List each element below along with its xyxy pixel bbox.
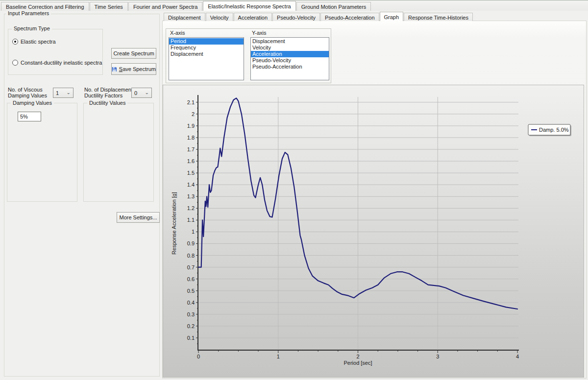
create-spectrum-button[interactable]: Create Spectrum (111, 48, 156, 59)
ductility-factors-count-combo[interactable]: 0 ⌄ (131, 88, 152, 98)
legend-label: Damp. 5.0% (539, 127, 569, 133)
y-tick-label: 0.6 (187, 276, 195, 282)
radio-elastic-label: Elastic spectra (21, 39, 56, 45)
y-tick-label: 0.8 (187, 253, 195, 259)
y-tick-label: 0.1 (187, 335, 195, 341)
x-axis-selector-label: X-axis (170, 30, 185, 36)
radio-ductility-circle-icon (12, 60, 18, 66)
ductility-values-caption: Ductility Values (87, 100, 127, 106)
y-axis-title: Response Acceleration [g] (171, 192, 177, 255)
damping-value-input[interactable] (18, 112, 41, 121)
tab-baseline-correction-and-filtering[interactable]: Baseline Correction and Filtering (1, 2, 89, 11)
y-tick-label: 0.5 (187, 288, 195, 294)
subtab-pseudo-acceleration[interactable]: Pseudo-Acceleration (320, 13, 379, 21)
sub-tab-bar: DisplacementVelocityAccelerationPseudo-V… (164, 12, 473, 21)
x-tick-label: 4 (516, 354, 519, 359)
y-tick-label: 1.6 (187, 158, 195, 164)
y-tick-label: 0.2 (187, 323, 195, 329)
viscous-damping-count-value: 1 (56, 90, 59, 96)
app-window: { "main_tabs": { "items": [ {"label": "B… (0, 0, 588, 380)
radio-ductility-label: Constant-ductility inelastic spectra (21, 60, 102, 66)
y-tick-label: 1.2 (187, 205, 195, 211)
ductility-values-group (83, 103, 154, 202)
spectrum-type-group (8, 29, 103, 75)
radio-constant-ductility[interactable]: Constant-ductility inelastic spectra (12, 60, 102, 66)
viscous-damping-count-label: No. of Viscous Damping Values (8, 87, 47, 98)
ductility-factors-count-value: 0 (134, 90, 137, 96)
y-tick-label: 0.3 (187, 311, 195, 317)
y-tick-label: 1.9 (187, 123, 195, 129)
y-tick-label: 1.3 (187, 193, 195, 199)
input-parameters-caption: Input Parameters (6, 10, 51, 16)
y-tick-label: 1.7 (187, 146, 195, 152)
x-axis-option-frequency[interactable]: Frequency (169, 45, 244, 51)
y-axis-option-pseudo-velocity[interactable]: Pseudo-Velocity (251, 57, 329, 64)
tab-fourier-and-power-spectra[interactable]: Fourier and Power Spectra (128, 2, 202, 11)
y-tick-label: 0.4 (187, 300, 195, 306)
radio-elastic-spectra[interactable]: Elastic spectra (12, 39, 56, 45)
x-tick-label: 1 (277, 354, 280, 359)
tab-ground-motion-parameters[interactable]: Ground Motion Parameters (296, 2, 371, 11)
y-axis-listbox[interactable]: DisplacementVelocityAccelerationPseudo-V… (250, 37, 329, 80)
subtab-velocity[interactable]: Velocity (206, 13, 233, 21)
x-tick-label: 0 (197, 354, 200, 359)
subtab-graph[interactable]: Graph (380, 12, 404, 21)
x-axis-option-displacement[interactable]: Displacement (169, 51, 244, 57)
chevron-down-icon: ⌄ (67, 91, 71, 95)
x-axis-option-period[interactable]: Period (169, 38, 244, 45)
graph-panel: 0.10.20.30.40.50.60.70.80.911.11.21.31.4… (163, 85, 584, 378)
response-spectrum-chart: 0.10.20.30.40.50.60.70.80.911.11.21.31.4… (163, 85, 584, 377)
viscous-damping-count-combo[interactable]: 1 ⌄ (53, 88, 74, 98)
y-axis-option-pseudo-acceleration[interactable]: Pseudo-Acceleration (251, 64, 329, 70)
subtab-acceleration[interactable]: Acceleration (234, 13, 272, 21)
x-tick-label: 2 (356, 354, 359, 359)
y-tick-label: 0.7 (187, 264, 195, 270)
y-tick-label: 2 (192, 111, 195, 117)
y-tick-label: 1.8 (187, 135, 195, 141)
y-axis-option-velocity[interactable]: Velocity (251, 45, 329, 51)
save-spectrum-label: Save Spectrum (119, 66, 156, 72)
y-axis-option-acceleration[interactable]: Acceleration (251, 51, 329, 57)
y-tick-label: 1.4 (187, 182, 195, 188)
spectrum-type-caption: Spectrum Type (12, 25, 52, 31)
y-tick-label: 1 (192, 229, 195, 235)
y-tick-label: 2.1 (187, 99, 195, 105)
save-spectrum-button[interactable]: Save Spectrum (111, 63, 156, 75)
tab-elastic-inelastic-response-spectra[interactable]: Elastic/Inelastic Response Spectra (203, 1, 295, 11)
subtab-response-time-histories[interactable]: Response Time-Histories (404, 13, 473, 21)
create-spectrum-label: Create Spectrum (113, 50, 154, 56)
x-axis-title: Period [sec] (343, 360, 372, 366)
damping-values-caption: Damping Values (11, 100, 54, 106)
ductility-factors-count-label: No. of Displacement Ductility Factors (84, 87, 133, 98)
more-settings-label: More Settings... (119, 214, 157, 220)
x-tick-label: 3 (436, 354, 439, 359)
radio-elastic-circle-icon (12, 39, 18, 45)
more-settings-button[interactable]: More Settings... (117, 212, 160, 223)
chevron-down-icon: ⌄ (145, 91, 149, 95)
subtab-displacement[interactable]: Displacement (164, 13, 205, 21)
main-tab-bar: Baseline Correction and FilteringTime Se… (0, 1, 588, 11)
save-icon (112, 66, 117, 72)
y-tick-label: 1.1 (187, 217, 195, 223)
tab-time-series[interactable]: Time Series (90, 2, 128, 11)
y-tick-label: 1.5 (187, 170, 195, 176)
x-axis-listbox[interactable]: PeriodFrequencyDisplacement (169, 37, 244, 80)
y-axis-selector-label: Y-axis (252, 30, 267, 36)
y-tick-label: 0.9 (187, 240, 195, 246)
y-axis-option-displacement[interactable]: Displacement (251, 38, 329, 45)
subtab-pseudo-velocity[interactable]: Pseudo-Velocity (272, 13, 320, 21)
